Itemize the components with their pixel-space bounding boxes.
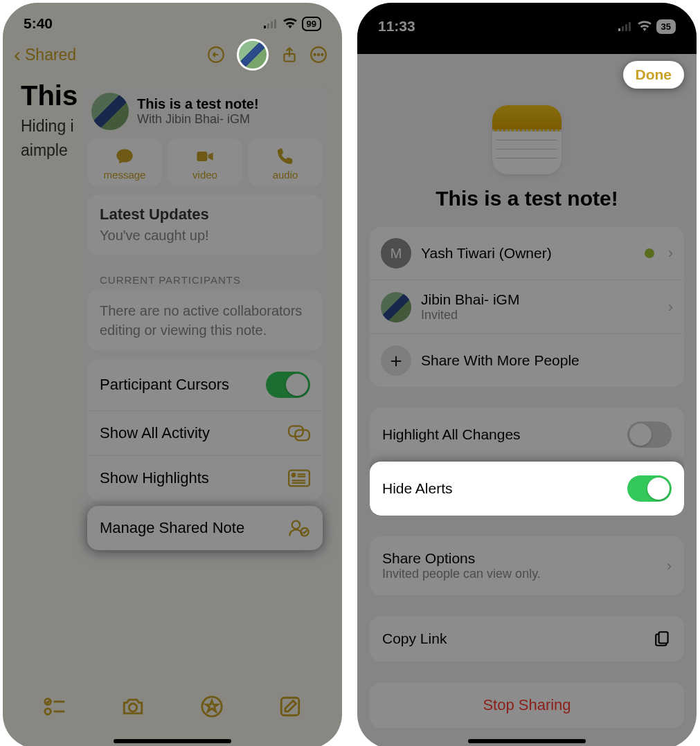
battery-badge: 99 <box>302 17 321 31</box>
wifi-icon <box>282 18 298 29</box>
svg-rect-31 <box>629 22 631 31</box>
right-screenshot: 11:33 35 Done This is a test note! M Yas… <box>357 3 697 746</box>
hide-alerts-row[interactable]: Hide Alerts <box>370 462 684 516</box>
latest-updates-section: Latest Updates You've caught up! <box>87 194 323 255</box>
battery-badge: 35 <box>656 19 676 34</box>
chevron-right-icon: › <box>668 244 673 262</box>
svg-point-9 <box>321 54 323 55</box>
cellular-icon <box>618 21 633 31</box>
left-screenshot: 5:40 99 ‹ Shared This Hiding i aimple Th… <box>3 3 342 746</box>
popover-avatar <box>91 93 129 130</box>
cellular-icon <box>263 19 278 28</box>
chevron-right-icon: › <box>668 298 673 316</box>
svg-rect-2 <box>271 21 273 28</box>
bottom-toolbar <box>3 688 342 736</box>
popover-title: This is a test note! <box>137 96 259 112</box>
manage-shared-note-row[interactable]: Manage Shared Note <box>87 506 323 550</box>
svg-rect-28 <box>618 28 620 31</box>
nav-bar: ‹ Shared <box>3 35 342 80</box>
video-icon <box>195 147 215 166</box>
options-list: Participant Cursors Show All Activity Sh… <box>87 359 323 500</box>
settings-card: Highlight All Changes Hide Alerts <box>370 408 684 516</box>
svg-rect-30 <box>625 24 627 31</box>
home-indicator <box>468 739 586 743</box>
collaborator-avatar[interactable] <box>237 39 269 71</box>
more-icon[interactable] <box>306 42 331 67</box>
svg-rect-1 <box>267 24 269 28</box>
invitee-avatar <box>381 292 411 322</box>
participant-cursors-row[interactable]: Participant Cursors <box>87 359 323 410</box>
svg-point-23 <box>45 709 51 715</box>
show-activity-row[interactable]: Show All Activity <box>87 410 323 455</box>
note-title: This is a test note! <box>357 187 697 210</box>
participants-label: CURRENT PARTICIPANTS <box>79 263 331 290</box>
message-button[interactable]: message <box>87 138 162 186</box>
status-bar: 5:40 99 <box>3 3 342 35</box>
svg-point-25 <box>129 704 137 711</box>
stop-sharing-row[interactable]: Stop Sharing <box>370 682 684 728</box>
copy-link-row[interactable]: Copy Link <box>370 616 684 662</box>
video-button[interactable]: video <box>168 138 242 186</box>
share-options-card: Share Options Invited people can view on… <box>370 536 684 595</box>
highlights-icon <box>288 468 310 488</box>
status-bar: 11:33 35 <box>357 3 697 54</box>
wifi-icon <box>637 21 652 32</box>
svg-point-7 <box>314 54 316 55</box>
status-time: 5:40 <box>24 15 53 32</box>
back-chevron-icon[interactable]: ‹ <box>14 43 21 66</box>
manage-icon <box>288 518 310 538</box>
phone-icon <box>276 147 295 166</box>
collaboration-popover: This is a test note! With Jibin Bhai- iG… <box>79 84 331 558</box>
copy-link-card: Copy Link <box>370 616 684 662</box>
svg-rect-0 <box>264 26 266 28</box>
svg-rect-10 <box>197 152 207 161</box>
presence-dot-icon <box>645 248 654 258</box>
owner-row[interactable]: M Yash Tiwari (Owner) › <box>370 227 684 280</box>
svg-point-19 <box>292 521 300 529</box>
participants-section: There are no active collaborators editin… <box>87 290 323 351</box>
compose-icon[interactable] <box>278 695 302 718</box>
people-card: M Yash Tiwari (Owner) › Jibin Bhai- iGM … <box>370 227 684 387</box>
svg-rect-29 <box>622 26 624 31</box>
svg-point-14 <box>292 473 296 477</box>
audio-button[interactable]: audio <box>248 138 323 186</box>
activity-icon <box>288 424 310 443</box>
svg-rect-32 <box>659 632 668 643</box>
share-more-row[interactable]: ＋ Share With More People <box>370 334 684 387</box>
highlight-all-toggle[interactable] <box>627 421 672 448</box>
message-icon <box>115 147 134 166</box>
checklist-icon[interactable] <box>43 695 66 718</box>
share-options-row[interactable]: Share Options Invited people can view on… <box>370 536 684 595</box>
chevron-right-icon: › <box>667 557 672 575</box>
undo-icon[interactable] <box>204 42 228 67</box>
highlight-all-row[interactable]: Highlight All Changes <box>370 408 684 462</box>
notes-app-icon <box>492 105 562 174</box>
copy-icon <box>654 630 672 648</box>
hide-alerts-toggle[interactable] <box>627 475 672 502</box>
status-time: 11:33 <box>378 18 415 35</box>
svg-rect-27 <box>282 698 300 716</box>
svg-point-8 <box>318 54 319 55</box>
home-indicator <box>114 739 231 743</box>
popover-subtitle: With Jibin Bhai- iGM <box>137 112 259 127</box>
share-icon[interactable] <box>277 42 302 67</box>
invitee-row[interactable]: Jibin Bhai- iGM Invited › <box>370 280 684 334</box>
stop-sharing-card: Stop Sharing <box>370 682 684 728</box>
owner-avatar: M <box>381 238 411 269</box>
participant-cursors-toggle[interactable] <box>266 372 310 398</box>
svg-rect-3 <box>274 19 276 28</box>
camera-icon[interactable] <box>121 695 145 718</box>
plus-icon: ＋ <box>381 345 411 376</box>
markup-icon[interactable] <box>200 695 224 718</box>
show-highlights-row[interactable]: Show Highlights <box>87 455 323 500</box>
back-label[interactable]: Shared <box>25 46 76 64</box>
done-button[interactable]: Done <box>623 61 685 89</box>
